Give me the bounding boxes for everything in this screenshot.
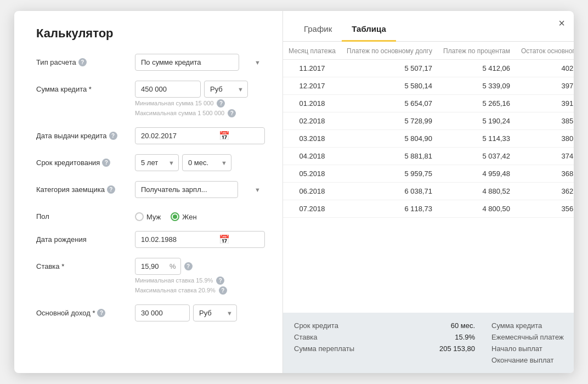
- issue-date-control: 📅: [135, 127, 265, 144]
- table-row: 12.2017 5 580,14 5 339,09 397 370,36 10 …: [283, 77, 574, 95]
- summary-empty: [294, 356, 475, 364]
- credit-max-help-icon[interactable]: ?: [228, 109, 236, 117]
- summary-value: 60 мес.: [451, 321, 475, 330]
- table-row: 04.2018 5 881,81 5 037,42 374 300,59 10 …: [283, 148, 574, 165]
- calc-type-select-wrap: По сумме кредита ▼: [135, 54, 265, 71]
- cell-balance: 397 370,36: [516, 77, 574, 95]
- rate-input[interactable]: [135, 258, 168, 274]
- summary-value: 205 153,80: [439, 345, 475, 353]
- tab-tablica[interactable]: Таблица: [342, 20, 396, 42]
- cell-balance: 402 950,50: [516, 60, 574, 77]
- rate-input-wrap: %: [135, 258, 181, 275]
- income-help-icon[interactable]: ?: [97, 309, 105, 317]
- credit-max-hint: Максимальная сумма 1 500 000 ?: [135, 109, 265, 117]
- term-years-select[interactable]: 5 лет: [135, 154, 179, 171]
- table-row: 01.2018 5 654,07 5 265,16 391 716,29 10 …: [283, 95, 574, 112]
- cell-month: 12.2017: [283, 77, 341, 95]
- col-principal: Платеж по основному долгу: [341, 42, 438, 60]
- cell-principal: 5 881,81: [341, 148, 438, 165]
- summary-label: Сумма переплаты: [294, 345, 435, 353]
- calc-type-row: Тип расчета ? По сумме кредита ▼: [36, 54, 265, 71]
- cell-month: 05.2018: [283, 165, 341, 183]
- credit-min-hint: Минимальная сумма 15 000 ?: [135, 99, 265, 108]
- percent-sign: %: [168, 258, 180, 274]
- cell-principal: 6 038,71: [341, 183, 438, 200]
- gender-female-dot: [173, 214, 177, 219]
- cell-interest: 5 114,33: [438, 130, 516, 148]
- term-help-icon[interactable]: ?: [102, 159, 110, 167]
- table-row: 05.2018 5 959,75 4 959,48 368 340,84 10 …: [283, 165, 574, 183]
- gender-male-option[interactable]: Муж: [135, 212, 161, 221]
- cell-principal: 5 728,99: [341, 112, 438, 130]
- rate-max-hint: Максимальная ставка 20.9% ?: [135, 286, 265, 295]
- right-panel: График Таблица 🖨 Распечатать ⬇ Скачать М…: [283, 11, 574, 373]
- tab-grafik[interactable]: График: [294, 20, 342, 42]
- borrower-row: Категория заемщика ? Получатель зарпл...…: [36, 181, 265, 198]
- rate-min-hint: Минимальная ставка 15.9% ?: [135, 276, 265, 285]
- gender-label: Пол: [36, 208, 129, 221]
- rate-control: % ? Минимальная ставка 15.9% ? Максималь…: [135, 258, 265, 295]
- payment-table: Месяц платежа Платеж по основному долгу …: [283, 42, 574, 218]
- gender-female-radio[interactable]: [171, 212, 179, 221]
- cell-month: 07.2018: [283, 200, 341, 218]
- cell-balance: 362 302,13: [516, 183, 574, 200]
- gender-male-radio[interactable]: [135, 212, 144, 221]
- birth-date-calendar-icon[interactable]: 📅: [219, 234, 230, 245]
- birth-date-input[interactable]: [135, 231, 218, 247]
- cell-balance: 356 183,40: [516, 200, 574, 218]
- term-label: Срок кредитования ?: [36, 154, 129, 167]
- cell-principal: 5 507,17: [341, 60, 438, 77]
- close-button[interactable]: ×: [558, 18, 565, 29]
- income-control: Руб ▼: [135, 304, 265, 321]
- credit-sum-control: Руб ▼ Минимальная сумма 15 000 ? Максима…: [135, 81, 265, 117]
- summary-row: Окончание выплат 20 февраля 2022: [491, 356, 574, 364]
- birth-date-control: 📅: [135, 231, 265, 248]
- cell-balance: 368 340,84: [516, 165, 574, 183]
- credit-sum-label: Сумма кредита *: [36, 81, 129, 93]
- cell-interest: 4 880,52: [438, 183, 516, 200]
- income-currency-select[interactable]: Руб: [193, 304, 237, 321]
- col-balance: Остаток основного долга: [516, 42, 574, 60]
- credit-sum-row: Сумма кредита * Руб ▼ Минимальная сумма …: [36, 81, 265, 117]
- summary-label: Срок кредита: [294, 321, 446, 330]
- borrower-help-icon[interactable]: ?: [107, 185, 115, 194]
- summary-row: Начало выплат 20 марта 2017: [491, 345, 574, 353]
- calc-type-help-icon[interactable]: ?: [78, 58, 87, 66]
- summary-label: Ежемесячный платеж: [491, 333, 574, 341]
- cell-principal: 5 580,14: [341, 77, 438, 95]
- term-months-select[interactable]: 0 мес.: [182, 154, 231, 171]
- summary-row: Ставка 15.9%: [294, 333, 475, 341]
- summary-label: Начало выплат: [491, 345, 574, 353]
- cell-principal: 5 804,90: [341, 130, 438, 148]
- rate-max-help-icon[interactable]: ?: [219, 286, 227, 295]
- credit-sum-input[interactable]: [135, 81, 201, 98]
- gender-row: Пол Муж Жен: [36, 208, 265, 221]
- issue-date-input-wrap: 📅: [135, 127, 265, 144]
- rate-min-help-icon[interactable]: ?: [216, 276, 224, 285]
- cell-balance: 374 300,59: [516, 148, 574, 165]
- currency-select[interactable]: Руб: [204, 81, 248, 98]
- borrower-select-wrap: Получатель зарпл... ▼: [135, 181, 265, 198]
- calc-type-label: Тип расчета ?: [36, 54, 129, 66]
- summary-row: Ежемесячный платеж 10 919,23: [491, 333, 574, 341]
- issue-date-input[interactable]: [135, 128, 218, 144]
- calculator-modal: × Калькулятор Тип расчета ? По сумме кре…: [14, 11, 574, 373]
- issue-date-row: Дата выдачи кредита ? 📅: [36, 127, 265, 144]
- payment-table-container[interactable]: Месяц платежа Платеж по основному долгу …: [283, 42, 574, 313]
- borrower-chevron-icon: ▼: [255, 187, 261, 193]
- gender-female-option[interactable]: Жен: [171, 212, 196, 221]
- issue-date-calendar-icon[interactable]: 📅: [219, 131, 230, 141]
- rate-help-icon[interactable]: ?: [184, 262, 193, 270]
- income-row: Основной доход * ? Руб ▼: [36, 304, 265, 321]
- cell-principal: 6 118,73: [341, 200, 438, 218]
- cell-month: 11.2017: [283, 60, 341, 77]
- table-body: 11.2017 5 507,17 5 412,06 402 950,50 10 …: [283, 60, 574, 218]
- calc-type-select[interactable]: По сумме кредита: [135, 54, 239, 71]
- issue-date-help-icon[interactable]: ?: [109, 132, 117, 140]
- currency-select-wrap: Руб ▼: [204, 81, 248, 98]
- borrower-label: Категория заемщика ?: [36, 181, 129, 194]
- income-input[interactable]: [135, 304, 190, 321]
- borrower-select[interactable]: Получатель зарпл...: [135, 181, 238, 198]
- credit-min-help-icon[interactable]: ?: [217, 99, 225, 108]
- panel-title: Калькулятор: [36, 26, 265, 41]
